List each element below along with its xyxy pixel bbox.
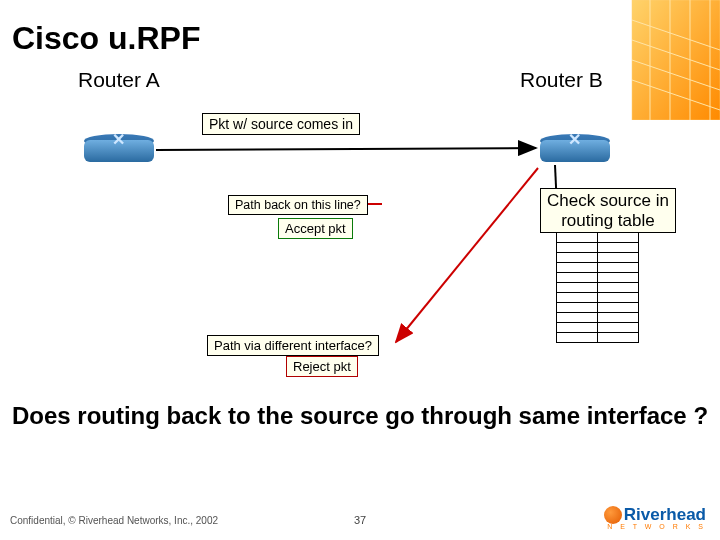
check-src-line1: Check source in <box>547 191 669 210</box>
svg-line-10 <box>156 148 536 150</box>
riverhead-logo: Riverhead N E T W O R K S <box>587 505 706 530</box>
svg-line-13 <box>396 168 538 342</box>
logo-subtext: N E T W O R K S <box>607 523 706 530</box>
logo-text: Riverhead <box>624 505 706 524</box>
path-back-box: Path back on this line? <box>228 195 368 215</box>
pkt-source-box: Pkt w/ source comes in <box>202 113 360 135</box>
summary-question: Does routing back to the source go throu… <box>0 402 720 430</box>
routing-table-icon <box>556 232 639 343</box>
slide: Cisco u.RPF Router A Router B ✕ ✕ Pkt w/… <box>0 0 720 540</box>
logo-ball-icon <box>604 506 622 524</box>
check-source-box: Check source in routing table <box>540 188 676 233</box>
reject-box: Reject pkt <box>286 356 358 377</box>
check-src-line2: routing table <box>561 211 655 230</box>
path-diff-box: Path via different interface? <box>207 335 379 356</box>
accept-box: Accept pkt <box>278 218 353 239</box>
